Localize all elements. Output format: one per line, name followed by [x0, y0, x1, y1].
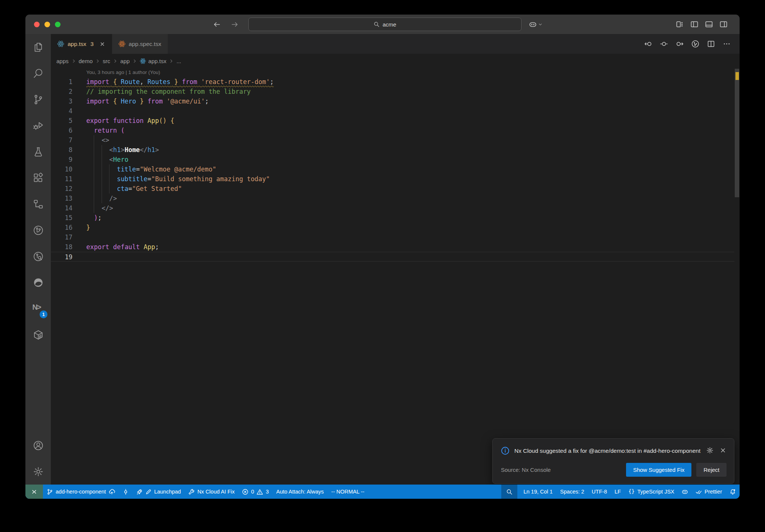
activity-manage-settings[interactable] — [25, 458, 51, 485]
code-line-7: 7 <> — [51, 135, 734, 145]
code-line-5: 5 export function App() { — [51, 116, 734, 126]
reject-button[interactable]: Reject — [696, 463, 727, 477]
activity-bar: N> 1 — [25, 34, 51, 485]
settings-gear-icon — [32, 466, 44, 477]
commit-graph-icon[interactable] — [691, 40, 699, 48]
line-number: 2 — [51, 87, 72, 96]
activity-extensions[interactable] — [25, 165, 51, 191]
breadcrumb-item[interactable]: app.tsx — [140, 58, 166, 64]
line-number: 11 — [51, 174, 72, 184]
activity-project-hierarchy[interactable] — [25, 191, 51, 217]
toggle-sidebar-icon[interactable] — [690, 20, 699, 28]
scrollbar-slider[interactable] — [735, 69, 739, 197]
code-line-15: 15 ); — [51, 213, 734, 223]
close-icon[interactable] — [99, 41, 105, 47]
statusbar-remote-indicator[interactable] — [25, 485, 43, 499]
forward-icon[interactable] — [231, 21, 239, 28]
open-previous-change-icon[interactable] — [644, 40, 652, 48]
line-number: 19 — [51, 252, 72, 261]
package-icon — [32, 329, 44, 341]
statusbar-formatter-prettier[interactable]: Prettier — [692, 485, 726, 499]
statusbar-gitlens-launchpad[interactable]: Launchpad — [133, 485, 185, 499]
gitlens-inspect-icon — [32, 251, 44, 262]
copilot-menu[interactable] — [529, 21, 542, 28]
search-icon — [506, 489, 512, 495]
git-branch-icon — [47, 489, 53, 495]
more-actions-icon[interactable] — [723, 40, 731, 48]
pencil-icon — [145, 489, 152, 495]
code-editor[interactable]: You, 3 hours ago | 1 author (You) 1 impo… — [51, 68, 734, 485]
line-number: 18 — [51, 242, 72, 252]
statusbar-nx-cloud-ai-fix[interactable]: Nx Cloud AI Fix — [185, 485, 238, 499]
show-suggested-fix-button[interactable]: Show Suggested Fix — [626, 463, 692, 477]
statusbar-notifications-bell[interactable] — [726, 485, 740, 499]
breadcrumb-item[interactable]: app — [120, 58, 130, 64]
activity-run-and-debug[interactable] — [25, 112, 51, 139]
gitlens-icon — [32, 225, 44, 236]
open-changes-icon[interactable] — [660, 40, 668, 48]
tab-app.tsx[interactable]: app.tsx 3 — [51, 34, 112, 54]
notification-close-icon[interactable] — [719, 447, 727, 454]
statusbar-search-editor[interactable] — [501, 485, 517, 499]
statusbar-language-mode[interactable]: {}TypeScript JSX — [625, 485, 678, 499]
toggle-secondary-sidebar-icon[interactable] — [719, 20, 728, 28]
activity-explorer[interactable] — [25, 34, 51, 60]
activity-containers[interactable] — [25, 322, 51, 348]
overview-warning-marker — [735, 72, 739, 80]
statusbar-right: Ln 19, Col 1 Spaces: 2 UTF-8 LF {}TypeSc… — [501, 485, 740, 499]
minimize-window-button[interactable] — [44, 22, 50, 27]
statusbar-eol[interactable]: LF — [611, 485, 625, 499]
activity-edge-tools[interactable] — [25, 269, 51, 296]
search-icon — [374, 21, 380, 27]
statusbar-commit-graph[interactable] — [119, 485, 133, 499]
breadcrumb-item[interactable]: demo — [79, 58, 93, 64]
source-control-icon — [32, 94, 44, 105]
activity-testing[interactable] — [25, 139, 51, 165]
split-editor-icon[interactable] — [707, 40, 715, 48]
statusbar-copilot-status[interactable] — [678, 485, 692, 499]
line-number: 9 — [51, 155, 72, 164]
statusbar-problems[interactable]: 03 — [238, 485, 272, 499]
git-commit-icon — [123, 489, 129, 495]
chevron-right-icon — [71, 59, 76, 64]
close-window-button[interactable] — [34, 22, 40, 27]
statusbar-auto-attach[interactable]: Auto Attach: Always — [272, 485, 327, 499]
code-line-13: 13 /> — [51, 194, 734, 203]
line-number: 12 — [51, 184, 72, 194]
notification-settings-icon[interactable] — [706, 447, 713, 454]
breadcrumb-item[interactable]: src — [103, 58, 110, 64]
back-icon[interactable] — [213, 21, 221, 28]
toggle-panel-icon[interactable] — [705, 20, 713, 28]
activity-accounts[interactable] — [25, 432, 51, 458]
activity-gitlens[interactable] — [25, 217, 51, 243]
braces-icon: {} — [628, 489, 635, 495]
notification-source: Source: Nx Console — [501, 467, 551, 473]
extensions-icon — [32, 172, 44, 184]
activity-search[interactable] — [25, 60, 51, 86]
line-number: 13 — [51, 194, 72, 203]
activity-badge: 1 — [40, 310, 47, 318]
breadcrumb-item[interactable]: apps — [56, 58, 69, 64]
open-next-change-icon[interactable] — [676, 40, 684, 48]
activity-source-control[interactable] — [25, 86, 51, 112]
chevron-right-icon — [169, 59, 174, 64]
activity-gitlens-inspect[interactable] — [25, 243, 51, 269]
statusbar-left: add-hero-component Launchpad Nx Cloud AI… — [25, 485, 368, 499]
activity-nx-console[interactable]: N> 1 — [25, 296, 51, 322]
statusbar-indentation[interactable]: Spaces: 2 — [557, 485, 588, 499]
statusbar-cursor-position[interactable]: Ln 19, Col 1 — [520, 485, 556, 499]
command-center-search[interactable]: acme — [248, 18, 521, 31]
statusbar-vim-mode[interactable]: -- NORMAL -- — [328, 485, 368, 499]
statusbar-git-branch[interactable]: add-hero-component — [43, 485, 119, 499]
tab-app.spec.tsx[interactable]: app.spec.tsx — [112, 34, 168, 54]
line-number: 4 — [51, 106, 72, 116]
zoom-window-button[interactable] — [55, 22, 61, 27]
customize-layout-icon[interactable] — [676, 20, 684, 28]
code-line-16: 16 } — [51, 223, 734, 232]
code-line-14: 14 </> — [51, 203, 734, 213]
line-number: 8 — [51, 145, 72, 155]
notification-message: Nx Cloud suggested a fix for @acme/demo:… — [514, 446, 701, 455]
statusbar-encoding[interactable]: UTF-8 — [588, 485, 611, 499]
react-icon — [118, 40, 126, 47]
breadcrumb-item[interactable]: ... — [176, 58, 181, 64]
